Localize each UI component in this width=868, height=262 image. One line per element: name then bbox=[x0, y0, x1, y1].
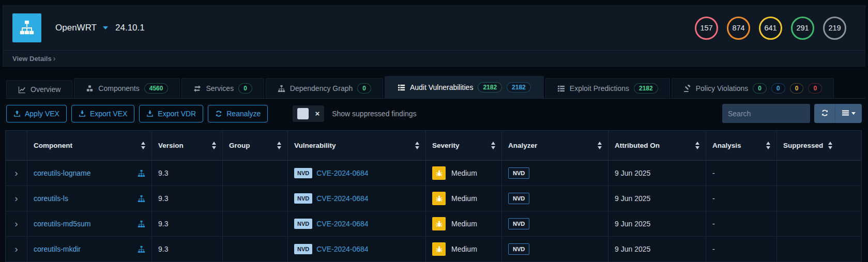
version-cell: 9.3 bbox=[152, 161, 223, 186]
tab-audit-vulnerabilities[interactable]: Audit Vulnerabilities21822182 bbox=[385, 76, 544, 98]
search-input[interactable] bbox=[722, 104, 810, 123]
column-header-analysis[interactable]: Analysis bbox=[706, 131, 777, 160]
component-link[interactable]: coreutils-logname bbox=[34, 169, 91, 177]
analyzer-badge: NVD bbox=[508, 193, 529, 204]
analysis-cell: - bbox=[706, 211, 777, 236]
sort-icon[interactable] bbox=[277, 142, 281, 149]
tab-label: Components bbox=[98, 84, 139, 93]
columns-button[interactable] bbox=[835, 104, 862, 123]
export-vdr-button[interactable]: Export VDR bbox=[139, 105, 203, 122]
severity-medium-badge bbox=[432, 166, 446, 180]
group-cell bbox=[223, 186, 288, 211]
severity-cell: Medium bbox=[426, 161, 502, 186]
expand-chevron[interactable]: › bbox=[6, 161, 27, 186]
analysis-cell: - bbox=[706, 237, 777, 261]
column-header-analyzer[interactable]: Analyzer bbox=[502, 131, 608, 160]
bug-icon bbox=[435, 195, 443, 203]
vulnerability-link[interactable]: CVE-2024-0684 bbox=[316, 245, 368, 253]
component-link[interactable]: coreutils-mkdir bbox=[34, 245, 81, 253]
vuln-source-badge: NVD bbox=[294, 168, 312, 178]
severity-ring-medium[interactable]: 641 bbox=[759, 17, 782, 40]
sort-icon[interactable] bbox=[415, 142, 419, 149]
table-row: ›coreutils-logname9.3NVDCVE-2024-0684Med… bbox=[6, 161, 861, 186]
project-version-dropdown[interactable] bbox=[103, 24, 108, 32]
checkbox-icon[interactable] bbox=[297, 108, 309, 119]
tab-policy-violations[interactable]: Policy Violations0000 bbox=[672, 78, 834, 98]
sitemap-icon bbox=[138, 169, 145, 177]
tab-dependency-graph[interactable]: Dependency Graph0 bbox=[266, 78, 383, 98]
expand-chevron[interactable]: › bbox=[6, 186, 27, 211]
severity-ring-critical[interactable]: 157 bbox=[695, 17, 718, 40]
component-cell: coreutils-logname bbox=[27, 161, 152, 186]
chevron-right-icon: › bbox=[14, 193, 18, 204]
close-icon[interactable]: × bbox=[315, 110, 319, 117]
expand-chevron[interactable]: › bbox=[6, 211, 27, 236]
caret-down-icon bbox=[103, 26, 108, 32]
column-header-attributed-on[interactable]: Attributed On bbox=[608, 131, 706, 160]
refresh-icon bbox=[821, 109, 829, 118]
sort-icon[interactable] bbox=[491, 142, 495, 149]
vulnerability-link[interactable]: CVE-2024-0684 bbox=[316, 220, 368, 228]
sort-icon[interactable] bbox=[695, 142, 699, 149]
component-link[interactable]: coreutils-ls bbox=[34, 194, 68, 203]
tab-components[interactable]: Components4560 bbox=[74, 78, 180, 98]
group-cell bbox=[223, 237, 288, 261]
exchange-icon bbox=[193, 85, 201, 93]
version-cell: 9.3 bbox=[152, 211, 223, 236]
vulnerability-link[interactable]: CVE-2024-0684 bbox=[316, 169, 368, 177]
analyzer-badge: NVD bbox=[508, 218, 529, 229]
sort-icon[interactable] bbox=[766, 142, 770, 149]
column-header-version[interactable]: Version bbox=[152, 131, 223, 160]
bug-icon bbox=[435, 220, 443, 228]
severity-cell: Medium bbox=[426, 237, 502, 261]
severity-ring-high[interactable]: 874 bbox=[727, 17, 750, 40]
refresh-button[interactable] bbox=[814, 104, 835, 123]
tab-services[interactable]: Services0 bbox=[181, 78, 264, 98]
column-header-suppressed[interactable]: Suppressed bbox=[777, 131, 861, 160]
tab-count-badge: 0 bbox=[357, 83, 371, 94]
sort-icon[interactable] bbox=[828, 142, 832, 149]
analyzer-badge: NVD bbox=[508, 243, 529, 255]
upload-icon bbox=[13, 110, 21, 117]
chevron-right-icon: › bbox=[53, 54, 56, 63]
sort-icon[interactable] bbox=[212, 142, 216, 149]
severity-label: Medium bbox=[451, 194, 477, 203]
severity-ring-unassigned[interactable]: 219 bbox=[823, 17, 846, 40]
column-label: Severity bbox=[432, 142, 460, 149]
export-vex-button[interactable]: Export VEX bbox=[71, 105, 134, 122]
vulnerability-link[interactable]: CVE-2024-0684 bbox=[316, 194, 368, 203]
severity-ring-low[interactable]: 291 bbox=[791, 17, 814, 40]
tab-count-badge: 0 bbox=[771, 83, 785, 94]
column-header-group[interactable]: Group bbox=[223, 131, 288, 160]
gavel-icon bbox=[683, 85, 691, 93]
version-cell: 9.3 bbox=[152, 237, 223, 261]
header-row: ComponentVersionGroupVulnerabilitySeveri… bbox=[6, 131, 861, 161]
tab-exploit-predictions[interactable]: Exploit Predictions2182 bbox=[545, 78, 670, 98]
banner-footer: View Details› bbox=[3, 50, 865, 66]
expand-chevron[interactable]: › bbox=[6, 237, 27, 261]
column-header-vulnerability[interactable]: Vulnerability bbox=[288, 131, 426, 160]
view-details-link[interactable]: View Details› bbox=[12, 55, 55, 63]
reanalyze-button[interactable]: Reanalyze bbox=[208, 105, 268, 122]
component-link[interactable]: coreutils-md5sum bbox=[34, 220, 90, 228]
column-header-severity[interactable]: Severity bbox=[426, 131, 502, 160]
analyzer-cell: NVD bbox=[502, 186, 608, 211]
tab-count-badge: 2182 bbox=[478, 82, 502, 93]
severity-cell: Medium bbox=[426, 186, 502, 211]
caret-down-icon bbox=[851, 112, 856, 117]
attributed-on-cell: 9 Jun 2025 bbox=[608, 161, 706, 186]
sitemap-icon bbox=[138, 195, 145, 203]
sort-icon[interactable] bbox=[141, 142, 145, 149]
column-header-component[interactable]: Component bbox=[27, 131, 152, 160]
tab-overview[interactable]: Overview bbox=[6, 80, 72, 98]
show-suppressed-label: Show suppressed findings bbox=[332, 110, 416, 118]
show-suppressed-toggle[interactable]: × bbox=[293, 105, 324, 122]
apply-vex-button[interactable]: Apply VEX bbox=[6, 105, 67, 122]
toolbar-button-group: Apply VEXExport VEXExport VDRReanalyze bbox=[6, 105, 268, 122]
sitemap-icon bbox=[138, 245, 145, 253]
severity-ring-group: 157874641291219 bbox=[695, 17, 856, 40]
sort-icon[interactable] bbox=[598, 142, 602, 149]
column-label: Component bbox=[34, 142, 72, 149]
vulnerability-cell: NVDCVE-2024-0684 bbox=[288, 211, 426, 236]
severity-label: Medium bbox=[451, 220, 477, 228]
